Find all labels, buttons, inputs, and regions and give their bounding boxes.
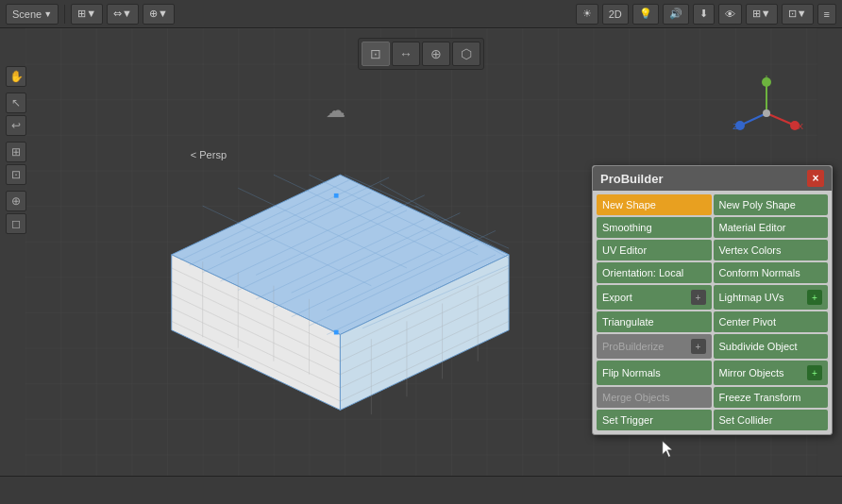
flip-normals-btn[interactable]: Flip Normals <box>597 361 712 385</box>
center-toolbar: ⊡ ↔ ⊕ ⬡ <box>358 38 484 70</box>
merge-objects-btn[interactable]: Merge Objects <box>597 387 712 408</box>
panel-close-btn[interactable]: × <box>807 170 824 187</box>
scale-btn[interactable]: ⬡ <box>452 42 480 66</box>
export-btn[interactable]: Export + <box>597 285 712 310</box>
search-btn[interactable]: ⊞ <box>6 142 26 162</box>
svg-text:X: X <box>798 122 803 131</box>
audio-btn[interactable]: 🔊 <box>663 4 689 25</box>
mirror-plus: + <box>807 365 822 380</box>
probuilderize-label: ProBuilderize <box>602 341 664 352</box>
set-collider-btn[interactable]: Set Collider <box>714 410 829 430</box>
translate-btn[interactable]: ↔ <box>392 42 420 66</box>
export-plus: + <box>691 290 706 305</box>
svg-rect-46 <box>334 193 339 198</box>
svg-line-53 <box>766 113 793 125</box>
material-editor-btn[interactable]: Material Editor <box>714 217 829 238</box>
layers-btn[interactable]: ⊞▼ <box>746 4 778 25</box>
panel-body: New Shape New Poly Shape Smoothing Mater… <box>593 191 832 434</box>
svg-text:Z: Z <box>733 122 738 131</box>
set-trigger-btn[interactable]: Set Trigger <box>597 410 712 430</box>
probuilder-panel: ProBuilder × New Shape New Poly Shape Sm… <box>592 165 833 435</box>
move-tool-btn[interactable]: ⊡ <box>362 42 390 66</box>
lightmap-plus: + <box>807 290 822 305</box>
status-bar <box>0 476 842 504</box>
scene-menu-btn[interactable]: Scene ▼ <box>6 4 59 25</box>
panel-header: ProBuilder × <box>593 166 832 191</box>
lightmap-uvs-btn[interactable]: Lightmap UVs + <box>714 285 829 310</box>
new-shape-btn[interactable]: New Shape <box>597 194 712 215</box>
mirror-objects-label: Mirror Objects <box>719 367 784 378</box>
triangulate-btn[interactable]: Triangulate <box>597 311 712 332</box>
snap-btn[interactable]: ⇔▼ <box>107 4 139 25</box>
light-btn[interactable]: 💡 <box>632 4 659 25</box>
layout-btn[interactable]: ⊡▼ <box>782 4 814 25</box>
vertex-colors-btn[interactable]: Vertex Colors <box>714 240 829 260</box>
scene-label: Scene <box>12 8 42 20</box>
rotate-btn[interactable]: ⊕ <box>422 42 450 66</box>
conform-normals-btn[interactable]: Conform Normals <box>714 262 829 283</box>
render-btn[interactable]: ⊕▼ <box>143 4 175 25</box>
options-btn[interactable]: ≡ <box>817 4 836 25</box>
snap-grid-btn[interactable]: ⊡ <box>6 164 26 185</box>
svg-line-56 <box>742 113 766 125</box>
smoothing-btn[interactable]: Smoothing <box>597 217 712 238</box>
svg-rect-47 <box>334 330 339 335</box>
separator-1 <box>64 5 65 24</box>
hand-tool-btn[interactable]: ✋ <box>6 66 26 87</box>
left-toolbar: ✋ ↖ ↩ ⊞ ⊡ ⊕ ◻ <box>6 66 26 234</box>
freeze-transform-btn[interactable]: Freeze Transform <box>714 387 829 408</box>
probuilderize-btn[interactable]: ProBuilderize + <box>597 334 712 359</box>
new-poly-shape-btn[interactable]: New Poly Shape <box>714 194 829 215</box>
panel-title: ProBuilder <box>600 172 663 186</box>
fx-btn[interactable]: ⬇ <box>693 4 715 25</box>
top-toolbar: Scene ▼ ⊞▼ ⇔▼ ⊕▼ ☀ 2D 💡 🔊 ⬇ 👁 ⊞▼ ⊡▼ ≡ <box>0 0 842 28</box>
persp-label: < Persp <box>191 149 227 160</box>
undo-btn[interactable]: ↩ <box>6 115 26 136</box>
subdivide-object-btn[interactable]: Subdivide Object <box>714 334 829 359</box>
svg-point-59 <box>763 109 770 117</box>
shading-btn[interactable]: ☀ <box>576 4 598 25</box>
orientation-btn[interactable]: Orientation: Local <box>597 262 712 283</box>
scene-view: ☁ ⊡ ↔ ⊕ ⬡ ✋ ↖ ↩ ⊞ ⊡ ⊕ ◻ < Persp Y X <box>0 28 842 476</box>
grid-btn[interactable]: ⊞▼ <box>71 4 103 25</box>
svg-text:Y: Y <box>764 76 769 80</box>
mirror-objects-btn[interactable]: Mirror Objects + <box>714 361 829 385</box>
2d-btn[interactable]: 2D <box>602 4 629 25</box>
export-label: Export <box>602 292 632 303</box>
gizmo-btn[interactable]: ⊕ <box>6 191 26 211</box>
uv-editor-btn[interactable]: UV Editor <box>597 240 712 260</box>
probuilderize-plus: + <box>691 339 706 354</box>
select-btn[interactable]: ↖ <box>6 92 26 113</box>
center-pivot-btn[interactable]: Center Pivot <box>714 311 829 332</box>
camera-btn[interactable]: ◻ <box>6 213 26 234</box>
lightmap-label: Lightmap UVs <box>719 292 784 303</box>
visibility-btn[interactable]: 👁 <box>718 4 742 25</box>
svg-text:☁: ☁ <box>326 99 345 121</box>
toolbar-right: ☀ 2D 💡 🔊 ⬇ 👁 ⊞▼ ⊡▼ ≡ <box>576 4 836 25</box>
gizmo: Y X Z <box>729 76 804 151</box>
